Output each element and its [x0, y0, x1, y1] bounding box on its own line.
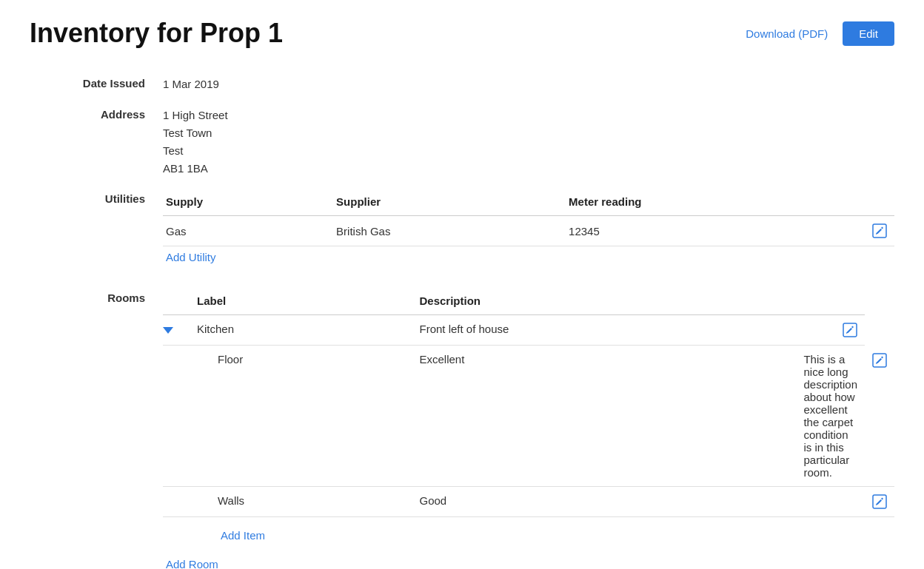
date-issued-label: Date Issued — [30, 75, 163, 93]
item-row: Floor Excellent This is a nice long desc… — [163, 346, 894, 487]
item-description-cell: This is a nice long description about ho… — [800, 346, 865, 487]
header-actions: Download (PDF) Edit — [746, 21, 894, 46]
room-edit-cell[interactable] — [800, 315, 865, 346]
edit-button[interactable]: Edit — [843, 21, 894, 46]
rooms-col-description: Description — [416, 290, 800, 315]
page-header: Inventory for Prop 1 Download (PDF) Edit — [30, 18, 894, 49]
download-pdf-link[interactable]: Download (PDF) — [746, 27, 828, 40]
page-title: Inventory for Prop 1 — [30, 18, 283, 49]
utility-meter-reading: 12345 — [566, 216, 865, 246]
room-toggle-cell[interactable] — [163, 315, 194, 346]
add-item-row: Add Item — [163, 517, 894, 554]
room-label: Kitchen — [194, 315, 416, 346]
add-room-link[interactable]: Add Room — [163, 553, 221, 569]
address-label: Address — [30, 107, 163, 178]
utility-row: Gas British Gas 12345 — [163, 216, 894, 246]
utilities-col-supplier: Supplier — [333, 191, 566, 216]
address-value: 1 High Street Test Town Test AB1 1BA — [163, 107, 228, 178]
utilities-table-wrap: Supply Supplier Meter reading Gas Britis… — [163, 191, 894, 268]
item-condition-cell: Excellent — [416, 346, 800, 487]
item-label: Walls — [194, 487, 416, 517]
utilities-header-row: Supply Supplier Meter reading — [163, 191, 894, 216]
rooms-section: Rooms Label Description Kitchen Front le… — [30, 290, 894, 569]
room-row: Kitchen Front left of house — [163, 315, 894, 346]
rooms-col-actions — [800, 290, 865, 315]
utilities-section: Utilities Supply Supplier Meter reading … — [30, 191, 894, 268]
rooms-table: Label Description Kitchen Front left of … — [163, 290, 894, 553]
edit-icon — [872, 353, 887, 368]
rooms-header-row: Label Description — [163, 290, 894, 315]
utilities-table: Supply Supplier Meter reading Gas Britis… — [163, 191, 894, 246]
address-section: Address 1 High Street Test Town Test AB1… — [30, 107, 894, 178]
address-line-4: AB1 1BA — [163, 160, 228, 178]
utility-supply: Gas — [163, 216, 333, 246]
add-item-cell: Add Item — [194, 517, 865, 554]
add-item-link[interactable]: Add Item — [218, 525, 268, 546]
edit-icon — [872, 223, 887, 238]
rooms-col-toggle — [163, 290, 194, 315]
item-indent-cell — [163, 487, 194, 517]
item-edit-cell[interactable] — [865, 487, 894, 517]
utilities-col-supply: Supply — [163, 191, 333, 216]
date-issued-value: 1 Mar 2019 — [163, 75, 219, 93]
utilities-col-meter: Meter reading — [566, 191, 865, 216]
item-label: Floor — [194, 346, 416, 487]
chevron-down-icon — [163, 327, 173, 334]
utilities-col-actions — [865, 191, 894, 216]
item-row: Walls Good — [163, 487, 894, 517]
utilities-label: Utilities — [30, 191, 163, 268]
rooms-table-wrap: Label Description Kitchen Front left of … — [163, 290, 894, 569]
address-line-1: 1 High Street — [163, 107, 228, 124]
room-description: Front left of house — [416, 315, 800, 346]
rooms-col-label: Label — [194, 290, 416, 315]
utility-edit-cell[interactable] — [865, 216, 894, 246]
item-condition-cell: Good — [416, 487, 800, 517]
utility-supplier: British Gas — [333, 216, 566, 246]
edit-icon — [843, 323, 857, 337]
edit-icon — [872, 494, 887, 509]
add-utility-link[interactable]: Add Utility — [163, 246, 219, 268]
item-edit-cell[interactable] — [865, 346, 894, 487]
item-indent-cell — [163, 346, 194, 487]
address-line-2: Test Town — [163, 124, 228, 142]
address-line-3: Test — [163, 142, 228, 160]
date-issued-section: Date Issued 1 Mar 2019 — [30, 75, 894, 93]
item-description-cell — [800, 487, 865, 517]
add-item-indent — [163, 517, 194, 554]
rooms-label: Rooms — [30, 290, 163, 569]
